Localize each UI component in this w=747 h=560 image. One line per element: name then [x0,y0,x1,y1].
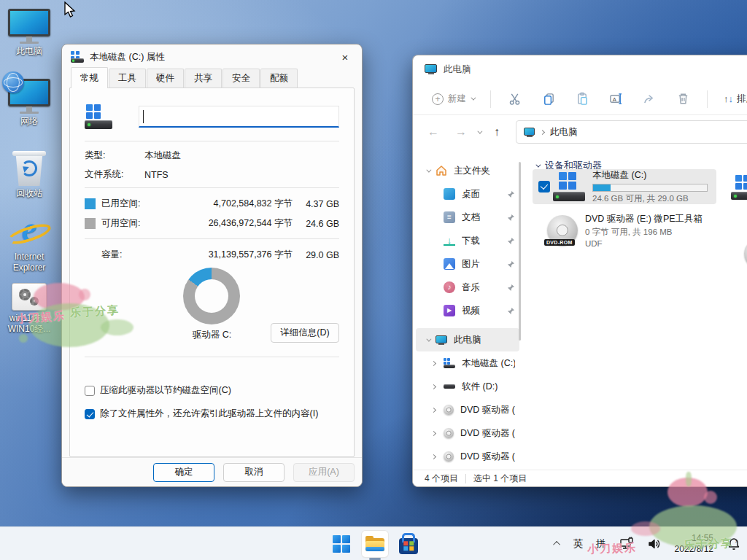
trash-icon [676,92,690,106]
compress-checkbox-label: 压缩此驱动器以节约磁盘空间(C) [100,384,231,397]
tab-security[interactable]: 安全 [222,69,260,88]
drive-tile-partial[interactable] [731,175,747,200]
selected-checkbox[interactable] [538,181,550,192]
pictures-icon [444,258,455,270]
capacity-row: 容量: 31,139,557,376 字节 29.0 GB [85,249,339,261]
sidebar-item-dvd-f[interactable]: DVD 驱动器 (F:) [416,421,519,445]
chevron-down-icon [471,96,476,101]
sidebar-scrollbar[interactable] [519,162,521,341]
paste-button[interactable] [568,88,596,111]
up-icon[interactable]: ↑ [488,125,506,139]
speaker-icon[interactable] [647,537,662,551]
sidebar-item-drive-c[interactable]: 本地磁盘 (C:) [416,351,519,375]
drive-name: 本地磁盘 (C:) [592,169,713,182]
internet-explorer-icon: e [1,211,57,249]
expand-chevron-icon[interactable] [431,360,436,365]
sidebar-item-dvd-e[interactable]: DVD 驱动器 (E:) [416,398,519,421]
notification-bell-icon[interactable]: z [727,537,741,551]
cut-button[interactable] [501,88,529,111]
dialog-drive-icon [71,51,84,63]
breadcrumb-this-pc[interactable]: 此电脑 [550,126,578,139]
expand-chevron-icon[interactable] [431,384,436,389]
dvd-rom-badge: DVD-ROM [544,239,575,246]
cancel-button[interactable]: 取消 [223,463,285,482]
ok-button[interactable]: 确定 [153,463,214,482]
this-pc-icon [436,335,447,345]
compress-checkbox[interactable] [85,386,95,396]
sidebar-item-videos[interactable]: ▶ 视频 [416,299,519,322]
documents-icon: ≡ [444,211,455,223]
sidebar-item-music[interactable]: ♪ 音乐 [416,276,519,299]
used-space-swatch [85,198,96,209]
ime-language-indicator[interactable]: 英 [573,537,584,551]
desktop-icon-this-pc[interactable]: 此电脑 [1,9,57,57]
volume-name-input[interactable] [139,106,339,128]
taskbar-microsoft-store[interactable] [395,531,422,557]
sidebar-item-documents[interactable]: ≡ 文档 [416,206,519,229]
network-icon[interactable] [619,537,634,551]
drive-tile-dvd-e[interactable]: DVD-ROM DVD 驱动器 (E:) 微PE工具箱 0 字节 可用, 共 1… [533,213,716,248]
explorer-window: 此电脑 + 新建 A ↑↓ 排序 ← [412,55,747,487]
dialog-tabstrip: 常规 工具 硬件 共享 安全 配额 [62,69,362,88]
sidebar-item-desktop[interactable]: 桌面 [416,182,519,206]
desktop-icon-internet-explorer[interactable]: e Internet Explorer [1,211,57,273]
compress-checkbox-row[interactable]: 压缩此驱动器以节约磁盘空间(C) [85,384,339,397]
details-button[interactable]: 详细信息(D) [271,323,339,343]
forward-icon[interactable]: → [452,125,470,139]
dialog-titlebar[interactable]: 本地磁盘 (C:) 属性 × [62,44,362,69]
back-icon[interactable]: ← [425,125,442,139]
start-button[interactable] [328,531,355,557]
desktop-icon-win11-restore[interactable]: win11恢复 WIN10经... [1,283,57,335]
tab-quota[interactable]: 配额 [260,69,298,88]
tab-general[interactable]: 常规 [71,67,108,88]
sort-arrows-icon: ↑↓ [724,93,733,104]
sidebar-item-home[interactable]: 主文件夹 [416,159,519,182]
sidebar-item-this-pc[interactable]: 此电脑 [416,328,519,351]
sidebar-item-drive-d[interactable]: 软件 (D:) [416,375,519,398]
rename-button[interactable]: A [602,88,630,111]
filesystem-row: 文件系统: NTFS [85,168,339,181]
free-gb: 24.6 GB [293,219,339,229]
share-button[interactable] [635,88,663,111]
history-chevron-icon[interactable] [477,128,482,133]
copy-button[interactable] [535,88,562,111]
desktop-icon-network[interactable]: 网络 [1,79,57,127]
tab-tools[interactable]: 工具 [109,69,146,88]
sort-button[interactable]: ↑↓ 排序 [718,88,747,109]
apply-button[interactable]: 应用(A) [293,463,355,482]
taskbar-file-explorer[interactable] [362,531,388,557]
taskbar-clock[interactable]: 14:55 2022/8/12 [675,533,713,555]
desktop-folder-icon [444,188,455,200]
sidebar-item-pictures[interactable]: 图片 [416,252,519,276]
sidebar-item-downloads[interactable]: ↓ 下载 [416,229,519,252]
free-space-row: 可用空间: 26,436,972,544 字节 24.6 GB [85,217,339,230]
explorer-titlebar[interactable]: 此电脑 [413,55,747,83]
drive-tile-c[interactable]: 本地磁盘 (C:) 24.6 GB 可用, 共 29.0 GB [533,169,716,204]
explorer-title: 此电脑 [444,63,471,76]
delete-button[interactable] [669,88,697,111]
desktop-icon-label: 回收站 [1,188,57,199]
type-value: 本地磁盘 [144,149,181,162]
filesystem-value: NTFS [144,170,169,180]
index-checkbox-row[interactable]: 除了文件属性外，还允许索引此驱动器上文件的内容(I) [85,408,339,420]
ime-mode-indicator[interactable]: 拼 [596,537,606,551]
new-button[interactable]: + 新建 [426,88,480,109]
expand-chevron-icon[interactable] [431,407,436,412]
close-icon[interactable]: × [333,48,357,66]
tray-overflow-chevron-icon[interactable] [553,541,560,548]
index-checkbox[interactable] [85,409,95,419]
expand-chevron-icon[interactable] [426,336,431,341]
this-pc-icon [524,128,535,137]
address-bar[interactable]: 此电脑 [516,120,747,144]
expand-chevron-icon[interactable] [431,430,436,435]
text-caret [143,110,144,123]
tab-hardware[interactable]: 硬件 [147,69,184,88]
desktop-icon-recycle-bin[interactable]: 回收站 [1,149,57,199]
dvd-icon: DVD-ROM [547,215,578,246]
expand-chevron-icon[interactable] [431,454,436,459]
drive-tile-partial[interactable] [744,239,747,268]
expand-chevron-icon[interactable] [426,167,431,172]
windows-logo-icon [333,535,350,553]
sidebar-item-dvd-partial[interactable]: DVD 驱动器 (F:) [416,445,519,468]
tab-sharing[interactable]: 共享 [185,69,222,88]
